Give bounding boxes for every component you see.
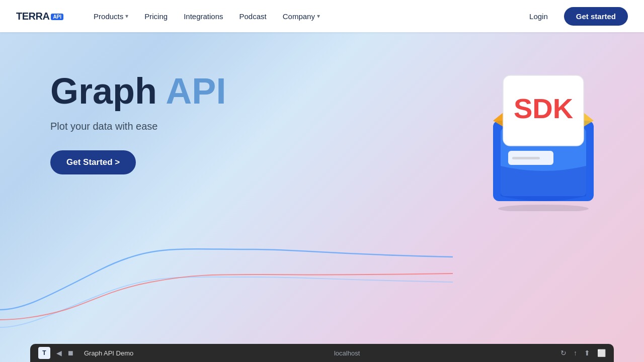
rewind-icon[interactable]: ◀ xyxy=(56,349,62,357)
video-title-label: Graph API Demo xyxy=(84,349,133,357)
video-right-controls: ↻ ↑ ⬆ ⬜ xyxy=(560,349,606,357)
chart-lines xyxy=(0,229,453,330)
svg-rect-6 xyxy=(512,157,540,159)
sdk-illustration: SDK xyxy=(473,50,614,201)
svg-text:SDK: SDK xyxy=(514,93,573,124)
nav-links: Products ▾ Pricing Integrations Podcast … xyxy=(88,8,521,25)
nav-item-podcast[interactable]: Podcast xyxy=(233,8,273,25)
nav-item-integrations[interactable]: Integrations xyxy=(178,8,229,25)
refresh-icon[interactable]: ↻ xyxy=(560,349,567,357)
hero-subtitle: Plot your data with ease xyxy=(50,121,226,132)
video-bar: T ◀ ⏹ Graph API Demo localhost ↻ ↑ ⬆ ⬜ xyxy=(30,344,614,362)
video-transport-controls: ◀ ⏹ xyxy=(56,349,74,357)
share-icon[interactable]: ↑ xyxy=(574,349,577,357)
stop-icon[interactable]: ⏹ xyxy=(67,349,74,357)
nav-item-company[interactable]: Company ▾ xyxy=(277,8,326,25)
nav-label-podcast: Podcast xyxy=(239,12,267,21)
logo-name: TERRA xyxy=(16,11,49,22)
navbar: TERRA API Products ▾ Pricing Integration… xyxy=(0,0,644,32)
upload-icon[interactable]: ⬆ xyxy=(584,349,590,357)
video-icon-letter: T xyxy=(42,349,46,356)
logo[interactable]: TERRA API xyxy=(16,11,63,22)
video-url-label: localhost xyxy=(334,349,360,357)
hero-cta-button[interactable]: Get Started > xyxy=(50,150,136,174)
nav-item-pricing[interactable]: Pricing xyxy=(138,8,174,25)
logo-badge: API xyxy=(51,14,63,20)
video-logo-icon: T xyxy=(38,347,50,359)
nav-label-company: Company xyxy=(283,12,315,21)
nav-label-pricing: Pricing xyxy=(144,12,168,21)
nav-right: Login Get started xyxy=(521,7,628,26)
nav-item-products[interactable]: Products ▾ xyxy=(88,8,134,25)
hero-title-accent: API xyxy=(166,71,226,111)
svg-point-7 xyxy=(498,205,589,211)
hero-title: Graph API xyxy=(50,72,226,111)
nav-label-integrations: Integrations xyxy=(184,12,223,21)
chevron-down-icon-company: ▾ xyxy=(317,13,320,20)
login-button[interactable]: Login xyxy=(521,8,556,25)
nav-label-products: Products xyxy=(94,12,123,21)
chevron-down-icon: ▾ xyxy=(125,13,128,20)
hero-title-main: Graph xyxy=(50,71,166,111)
get-started-nav-button[interactable]: Get started xyxy=(564,7,628,26)
video-center-area: localhost xyxy=(139,349,554,357)
sdk-svg: SDK xyxy=(473,50,614,211)
hero-text-block: Graph API Plot your data with ease Get S… xyxy=(50,72,226,174)
copy-icon[interactable]: ⬜ xyxy=(597,349,606,357)
